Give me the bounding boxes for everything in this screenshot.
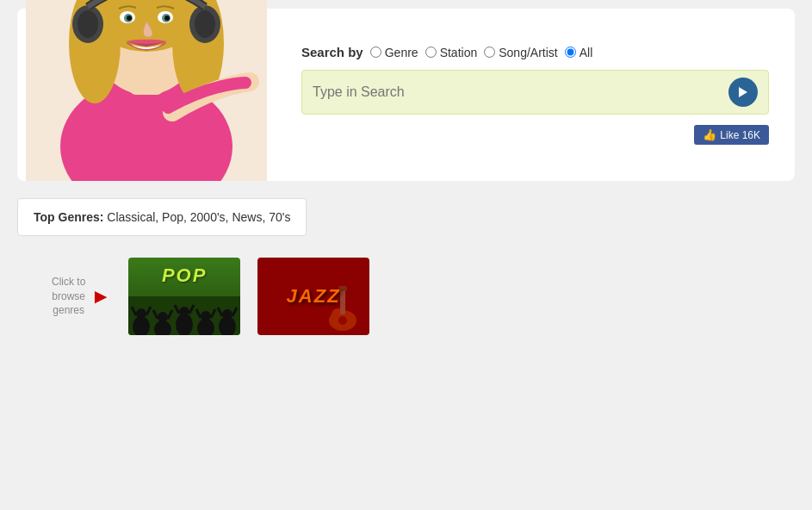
svg-point-43 (338, 316, 347, 325)
fb-like-row: 👍 Like 16K (301, 125, 769, 145)
genre-card-jazz[interactable]: JAZZ (257, 258, 369, 335)
hero-image-area (17, 9, 284, 181)
radio-genre-label: Genre (385, 46, 418, 59)
svg-point-14 (77, 10, 98, 38)
radio-song-artist-label: Song/Artist (499, 46, 557, 59)
svg-point-20 (136, 308, 146, 319)
radio-all[interactable]: All (565, 46, 593, 59)
search-button[interactable] (728, 78, 758, 107)
fb-like-label: Like 16K (720, 129, 760, 141)
svg-point-28 (179, 307, 189, 317)
woman-svg (26, 0, 267, 181)
page-wrapper: Search by Genre Station Song/Artist All (0, 0, 812, 344)
radio-station-input[interactable] (425, 47, 437, 58)
hero-banner: Search by Genre Station Song/Artist All (17, 9, 795, 181)
radio-all-label: All (580, 46, 593, 59)
svg-marker-17 (739, 87, 747, 97)
search-input-row (301, 70, 769, 115)
genre-card-pop[interactable]: POP (128, 258, 240, 335)
search-by-row: Search by Genre Station Song/Artist All (301, 45, 769, 59)
svg-point-36 (222, 309, 232, 320)
radio-all-input[interactable] (565, 47, 576, 58)
top-genres-section: Top Genres: Classical, Pop, 2000's, News… (17, 198, 307, 236)
radio-genre-input[interactable] (370, 47, 381, 58)
hero-woman-image (26, 0, 267, 181)
top-genres-label: Top Genres: (34, 210, 103, 224)
browse-arrow-icon: ► (90, 284, 111, 308)
radio-station[interactable]: Station (425, 46, 478, 59)
radio-station-label: Station (440, 46, 478, 59)
hero-content: Search by Genre Station Song/Artist All (284, 9, 795, 181)
svg-point-32 (201, 311, 211, 321)
search-input[interactable] (313, 84, 728, 100)
jazz-genre-label: JAZZ (287, 285, 341, 307)
svg-point-16 (195, 10, 215, 38)
svg-point-11 (127, 16, 132, 21)
radio-genre[interactable]: Genre (370, 46, 418, 59)
browse-click-area[interactable]: Click to browse genres ► (52, 275, 111, 318)
play-icon (736, 85, 750, 99)
concert-crowd-svg (128, 296, 240, 335)
browse-click-text: Click to browse genres (52, 275, 85, 318)
top-genres-text: Top Genres: Classical, Pop, 2000's, News… (34, 210, 290, 224)
thumbs-up-icon: 👍 (703, 128, 716, 141)
svg-point-12 (164, 16, 170, 21)
browse-section: Click to browse genres ► POP (17, 258, 795, 335)
search-by-label: Search by (301, 45, 363, 59)
radio-song-artist[interactable]: Song/Artist (484, 46, 557, 59)
pop-genre-label: POP (162, 264, 207, 287)
svg-point-24 (158, 312, 168, 322)
radio-song-artist-input[interactable] (484, 47, 495, 58)
fb-like-button[interactable]: 👍 Like 16K (694, 125, 769, 145)
top-genres-items: Classical, Pop, 2000's, News, 70's (107, 210, 290, 224)
